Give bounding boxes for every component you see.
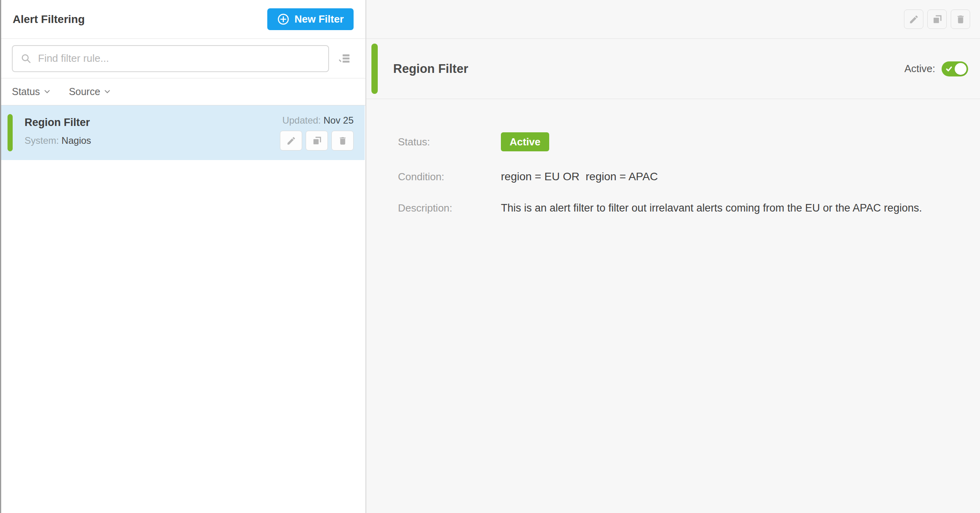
updated-value: Nov 25: [323, 115, 354, 126]
search-input[interactable]: [38, 52, 320, 65]
list-item-main: Region Filter System: Nagios: [25, 115, 91, 152]
sort-list-icon: [338, 52, 351, 65]
condition-field: Condition: region = EU OR region = APAC: [398, 170, 956, 183]
detail-edit-button[interactable]: [904, 10, 923, 29]
item-delete-button[interactable]: [331, 131, 354, 151]
detail-toolbar: [366, 0, 980, 39]
detail-title: Region Filter: [393, 62, 468, 76]
status-badge: Active: [501, 132, 549, 151]
page-title: Alert Filtering: [13, 13, 85, 26]
copy-icon: [932, 14, 942, 25]
chevron-down-icon: [105, 90, 110, 93]
alert-filtering-app: Alert Filtering New Filter: [0, 0, 980, 513]
detail-fields: Status: Active Condition: region = EU OR…: [366, 99, 980, 214]
item-actions: [280, 131, 354, 151]
active-indicator-bar: [8, 114, 13, 151]
filter-rule-list: Region Filter System: Nagios Updated: No…: [0, 105, 365, 513]
condition-value: region = EU OR region = APAC: [501, 170, 658, 183]
plus-circle-icon: [277, 13, 289, 25]
trash-icon: [338, 136, 348, 146]
updated-timestamp: Updated: Nov 25: [282, 115, 354, 126]
active-toggle-group: Active:: [904, 61, 980, 76]
filter-name: Region Filter: [25, 116, 91, 129]
system-value: Nagios: [61, 135, 91, 146]
source-filter-label: Source: [69, 86, 100, 97]
detail-header: Region Filter Active:: [366, 39, 980, 99]
left-panel-header: Alert Filtering New Filter: [0, 0, 365, 39]
filter-system: System: Nagios: [25, 135, 91, 146]
description-field: Description: This is an alert filter to …: [398, 202, 956, 214]
system-label: System:: [25, 135, 59, 146]
active-label: Active:: [904, 63, 935, 75]
copy-icon: [312, 136, 322, 146]
status-field-label: Status:: [398, 136, 501, 148]
status-field: Status: Active: [398, 132, 956, 151]
check-icon: [945, 65, 953, 73]
toggle-knob: [955, 63, 967, 75]
panel-left-edge: [0, 0, 1, 513]
trash-icon: [955, 14, 966, 25]
source-filter-dropdown[interactable]: Source: [69, 86, 110, 97]
search-icon: [21, 53, 32, 64]
chevron-down-icon: [44, 90, 50, 93]
active-toggle[interactable]: [942, 61, 968, 76]
description-field-label: Description:: [398, 202, 501, 214]
condition-field-label: Condition:: [398, 171, 501, 183]
detail-duplicate-button[interactable]: [927, 10, 947, 29]
filter-detail-panel: Region Filter Active: Status: Active: [366, 0, 980, 513]
list-item-meta: Updated: Nov 25: [280, 115, 358, 152]
item-duplicate-button[interactable]: [306, 131, 328, 151]
pencil-icon: [909, 14, 919, 25]
search-box[interactable]: [12, 45, 329, 72]
new-filter-label: New Filter: [295, 13, 344, 25]
description-value: This is an alert filter to filter out ir…: [501, 202, 922, 214]
pencil-icon: [286, 136, 296, 146]
filter-list-panel: Alert Filtering New Filter: [0, 0, 366, 513]
list-filter-bar: Status Source: [0, 78, 365, 105]
active-indicator-bar: [371, 44, 378, 94]
item-edit-button[interactable]: [280, 131, 302, 151]
search-row: [0, 39, 365, 78]
updated-label: Updated:: [282, 115, 321, 126]
list-item-region-filter[interactable]: Region Filter System: Nagios Updated: No…: [0, 105, 365, 160]
detail-delete-button[interactable]: [951, 10, 970, 29]
new-filter-button[interactable]: New Filter: [267, 8, 354, 30]
status-filter-label: Status: [12, 86, 40, 97]
status-filter-dropdown[interactable]: Status: [12, 86, 50, 97]
sort-button[interactable]: [334, 48, 354, 69]
